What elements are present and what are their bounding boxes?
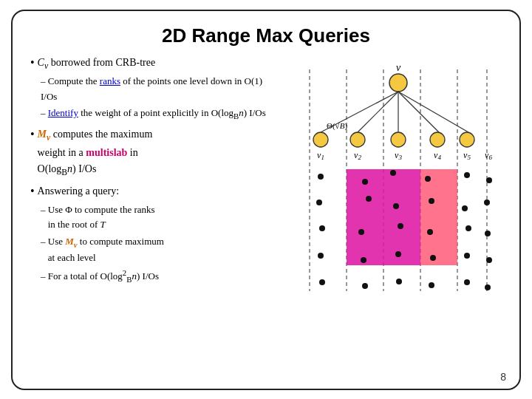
- svg-point-15: [313, 132, 328, 147]
- svg-point-33: [316, 200, 322, 205]
- svg-point-40: [358, 229, 364, 235]
- tree-diagram: v v1 v2 v3 v: [276, 55, 498, 306]
- svg-point-17: [350, 132, 365, 147]
- left-column: • Cv borrowed from CRB-tree Compute the …: [30, 55, 273, 378]
- svg-point-34: [366, 196, 372, 202]
- svg-point-8: [389, 74, 407, 92]
- svg-text:v2: v2: [354, 150, 361, 161]
- bullet-1-main: • Cv borrowed from CRB-tree: [30, 55, 267, 73]
- svg-point-43: [466, 225, 471, 231]
- bullet-3-sub-3: For a total of O(log2Bn) I/Os: [41, 267, 267, 286]
- svg-point-42: [427, 229, 433, 235]
- svg-point-36: [429, 198, 434, 204]
- svg-text:v3: v3: [395, 150, 402, 161]
- svg-point-32: [486, 177, 492, 183]
- bullet-2-main: • Mv computes the maximumweight in a mul…: [30, 126, 267, 179]
- svg-point-35: [393, 203, 399, 209]
- svg-point-41: [398, 223, 403, 229]
- svg-point-56: [485, 284, 491, 290]
- bullet-1-sub-1: Compute the ranks of the points one leve…: [41, 74, 267, 103]
- svg-text:v1: v1: [317, 150, 324, 161]
- svg-point-19: [391, 132, 406, 147]
- svg-point-21: [430, 132, 445, 147]
- svg-point-53: [396, 279, 402, 284]
- svg-point-55: [464, 279, 470, 285]
- bullet-1: • Cv borrowed from CRB-tree Compute the …: [30, 55, 267, 123]
- svg-point-45: [318, 253, 324, 259]
- svg-point-23: [460, 132, 474, 147]
- svg-point-28: [362, 179, 368, 185]
- bullet-2: • Mv computes the maximumweight in a mul…: [30, 126, 267, 179]
- bullet-3-sub-1: Use Φ to compute the ranks in the root o…: [41, 202, 267, 232]
- slide: 2D Range Max Queries • Cv borrowed from …: [11, 10, 521, 390]
- svg-point-38: [484, 200, 490, 205]
- svg-point-29: [390, 170, 396, 176]
- svg-text:Θ(√B): Θ(√B): [327, 121, 347, 131]
- svg-point-47: [395, 251, 401, 257]
- tree-svg: v v1 v2 v3 v: [276, 55, 498, 306]
- svg-line-11: [358, 92, 398, 132]
- svg-text:v5: v5: [463, 150, 471, 161]
- svg-rect-7: [347, 169, 420, 265]
- svg-point-37: [462, 205, 468, 211]
- svg-point-30: [425, 176, 431, 182]
- svg-text:v4: v4: [434, 150, 441, 161]
- svg-point-46: [361, 257, 366, 263]
- right-column: v v1 v2 v3 v: [273, 55, 502, 378]
- svg-point-48: [430, 255, 436, 261]
- bullet-1-sub-2: Identify the weight of a point explicitl…: [41, 106, 267, 122]
- bullet-3-sub-2: Use Mv to compute maximum at each level: [41, 234, 267, 266]
- svg-point-31: [464, 172, 470, 178]
- svg-point-52: [362, 283, 368, 289]
- svg-point-50: [486, 257, 492, 263]
- slide-title: 2D Range Max Queries: [30, 24, 502, 47]
- svg-point-39: [319, 225, 325, 231]
- content-area: • Cv borrowed from CRB-tree Compute the …: [30, 55, 502, 378]
- page-number: 8: [500, 371, 506, 383]
- bullet-3: • Answering a query: Use Φ to compute th…: [30, 183, 267, 285]
- svg-point-27: [318, 174, 324, 180]
- svg-point-44: [485, 231, 491, 236]
- svg-text:v: v: [396, 62, 401, 73]
- svg-point-49: [464, 253, 470, 259]
- bullet-3-main: • Answering a query:: [30, 183, 267, 201]
- svg-point-51: [319, 279, 325, 285]
- svg-text:v6: v6: [485, 150, 492, 161]
- svg-point-54: [429, 282, 434, 288]
